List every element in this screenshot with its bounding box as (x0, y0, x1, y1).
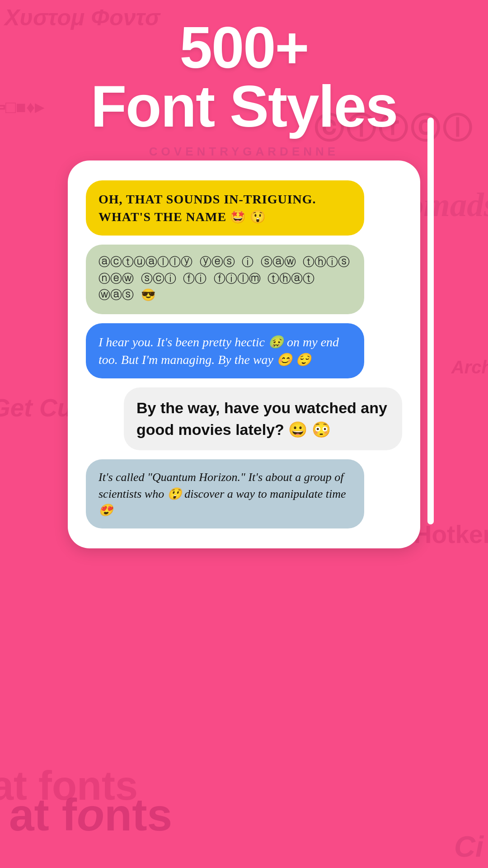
bottom-bar: at fonts (0, 789, 488, 841)
bottom-text-at-fonts: at fonts (9, 789, 172, 841)
chat-frame: OH, THAT SOUNDS IN-TRIGUING. WHAT'S THE … (68, 160, 420, 548)
bubble-white: By the way, have you watched any good mo… (124, 387, 402, 450)
coventry-label: COVENTRYGARDENNE (68, 145, 420, 159)
wm-hotker: Hotker (414, 520, 488, 549)
header-title-line2: Font Styles (0, 77, 488, 136)
bubble-blue-text: I hear you. It's been pretty hectic 🤢 on… (99, 335, 339, 367)
bubble-sage-text: ⓐⓒⓣⓤⓐⓛⓛⓨ ⓨⓔⓢ ⓘ ⓢⓐⓦ ⓣⓗⓘⓢ ⓝⓔⓦ ⓢⓒⓘ ⓕⓘ ⓕⓘⓛⓜ … (99, 256, 350, 302)
chat-wrapper: OH, THAT SOUNDS IN-TRIGUING. WHAT'S THE … (77, 170, 411, 539)
bubble-white-text: By the way, have you watched any good mo… (136, 399, 387, 438)
phone-container: COVENTRYGARDENNE OH, THAT SOUNDS IN-TRIG… (68, 145, 420, 548)
bubble-sage: ⓐⓒⓣⓤⓐⓛⓛⓨ ⓨⓔⓢ ⓘ ⓢⓐⓦ ⓣⓗⓘⓢ ⓝⓔⓦ ⓢⓒⓘ ⓕⓘ ⓕⓘⓛⓜ … (86, 245, 364, 314)
header: 500+ Font Styles (0, 0, 488, 145)
bubble-lightblue-text: It's called "Quantum Horizon." It's abou… (99, 471, 346, 517)
bubble-yellow: OH, THAT SOUNDS IN-TRIGUING. WHAT'S THE … (86, 180, 364, 236)
bubble-lightblue: It's called "Quantum Horizon." It's abou… (86, 459, 364, 528)
chat-scroll: OH, THAT SOUNDS IN-TRIGUING. WHAT'S THE … (77, 170, 411, 539)
wm-arch: Arch (451, 357, 488, 377)
vertical-line-decoration (427, 118, 434, 524)
bubble-yellow-text: OH, THAT SOUNDS IN-TRIGUING. WHAT'S THE … (99, 192, 316, 224)
bubble-blue: I hear you. It's been pretty hectic 🤢 on… (86, 323, 364, 378)
header-title-line1: 500+ (0, 18, 488, 77)
